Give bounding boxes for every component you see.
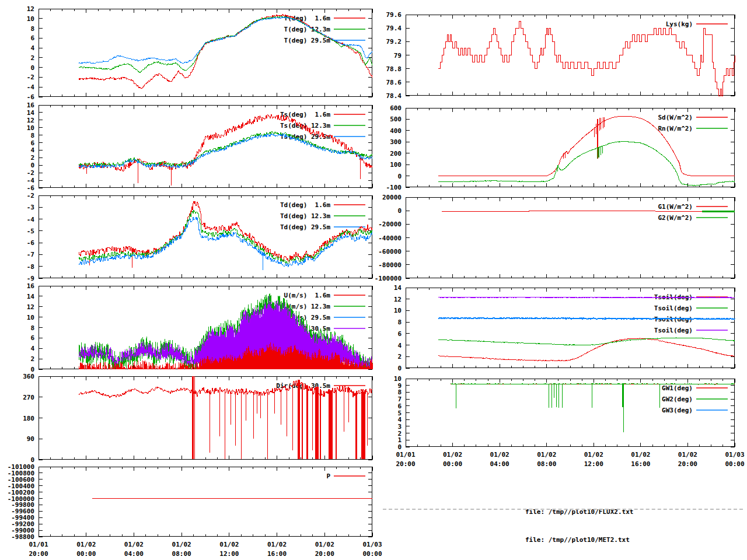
y-tick-label: 0	[397, 207, 402, 215]
series-Tsoil mid	[438, 338, 735, 345]
x-tick-label-date: 01/02	[219, 541, 239, 548]
y-tick-label: 78.8	[386, 65, 402, 73]
y-tick-label: 4	[30, 146, 34, 154]
chart-soil-temp: 14121086420Tsoil(deg)Tsoil(deg)Tsoil(deg…	[369, 283, 745, 373]
y-tick-label: 20000	[382, 194, 402, 201]
x-tick-label-date: 01/02	[584, 451, 603, 459]
y-tick-label: 400	[390, 127, 402, 135]
x-tick-label-date: 01/02	[443, 451, 462, 459]
y-tick-label: 79	[394, 52, 402, 60]
y-tick-label: 2	[30, 154, 34, 162]
y-tick-label: -80000	[378, 261, 402, 269]
y-tick-label: 180	[23, 415, 34, 422]
y-tick-label: 500	[390, 116, 402, 123]
x-tick-label-time: 12:00	[219, 550, 239, 558]
x-tick-label-time: 00:00	[76, 550, 96, 558]
y-tick-label: -100000	[375, 275, 402, 282]
legend-label: GW1(deg)	[662, 384, 693, 392]
x-tick-label-time: 00:00	[725, 460, 744, 468]
x-tick-label-time: 12:00	[584, 460, 603, 468]
y-tick-label: 2	[30, 54, 34, 62]
chart-wind-dir: 360270180900Dir(deg) 30.5m	[2, 372, 383, 464]
x-tick-label-time: 08:00	[172, 550, 191, 558]
y-tick-label: 10	[27, 15, 34, 23]
y-tick-label: 10	[27, 124, 34, 132]
y-tick-label: 600	[390, 104, 402, 112]
y-tick-label: 12	[27, 117, 34, 124]
y-tick-label: 8	[30, 132, 34, 139]
y-tick-label: -100	[386, 184, 402, 191]
plot-border	[39, 467, 372, 537]
y-tick-label: 10	[394, 307, 402, 314]
legend-label: Td(deg) 1.6m	[280, 201, 330, 209]
y-tick-label: 10	[27, 314, 34, 321]
y-tick-label: -7	[27, 251, 34, 258]
y-tick-label: 12	[27, 303, 34, 311]
y-tick-label: 14	[27, 109, 35, 117]
x-tick-label-date: 01/02	[537, 451, 556, 459]
x-tick-label-time: 20:00	[29, 550, 48, 558]
chart-soil-heat-flux: 200000-20000-40000-60000-80000-100000G1(…	[369, 192, 745, 283]
legend-label: GW3(deg)	[662, 407, 693, 414]
legend-label: GW2(deg)	[662, 396, 693, 403]
y-tick-label: 4	[397, 342, 402, 349]
legend-label: Ts(deg) 1.6m	[280, 111, 330, 118]
x-tick-label-date: 01/02	[267, 541, 287, 548]
legend-label: Td(deg) 12.3m	[280, 212, 330, 220]
legend-label: G2(W/m^2)	[658, 214, 693, 222]
x-tick-label-date: 01/02	[76, 541, 96, 548]
x-tick-label-time: 20:00	[396, 460, 415, 468]
chart-ts: 1614121086420-2-4-6Ts(deg) 1.6mTs(deg) 1…	[2, 100, 383, 192]
chart-t-air: 121086420-2-4-6T(deg) 1.6mT(deg) 12.3mT(…	[2, 4, 383, 102]
x-tick-label-time: 04:00	[490, 460, 509, 468]
y-tick-label: 79.6	[386, 11, 402, 19]
y-tick-label: 16	[27, 282, 35, 290]
y-tick-label: 200	[390, 150, 402, 158]
y-tick-label: 79.2	[386, 38, 402, 46]
source-files-note: file: /tmp//plot10/FLUX2.txt file: /tmp/…	[525, 489, 633, 560]
y-tick-label: -4	[27, 216, 35, 223]
x-tick-label-date: 01/02	[315, 541, 334, 548]
x-tick-label-date: 01/02	[631, 451, 650, 459]
y-tick-label: 6	[397, 330, 402, 338]
y-tick-label: -2	[27, 192, 34, 200]
legend-label: Tsoil(deg)	[654, 304, 693, 312]
series-Tsoil deep	[438, 318, 735, 320]
x-tick-label-date: 01/01	[29, 541, 48, 548]
x-tick-label-date: 01/02	[172, 541, 191, 548]
y-tick-label: -6	[27, 239, 35, 247]
y-tick-label: -2	[27, 74, 34, 81]
y-tick-label: -4	[27, 83, 35, 91]
y-tick-label: 6	[30, 139, 34, 147]
x-tick-label-time: 20:00	[678, 460, 697, 468]
y-tick-label: 0	[30, 162, 34, 169]
series-T(deg) 12.3m	[79, 16, 372, 73]
chart-lysimeter: 79.679.479.27978.878.678.4Lys(kg)	[369, 10, 745, 100]
legend-label: P	[326, 473, 330, 480]
plot-border	[39, 9, 372, 97]
axis-ticks	[39, 467, 372, 537]
series-Rn(W/m^2)	[438, 141, 735, 186]
y-tick-label: 0	[397, 365, 402, 372]
y-tick-label: 12	[27, 5, 34, 13]
y-tick-label: 12	[394, 296, 402, 303]
y-tick-label: 8	[30, 324, 34, 332]
y-tick-label: 16	[27, 102, 35, 109]
legend-label: T(deg) 12.3m	[284, 26, 331, 33]
y-tick-label: -5	[27, 228, 34, 235]
x-tick-label-time: 16:00	[631, 460, 650, 468]
legend-label: Rn(W/m^2)	[658, 125, 693, 132]
legend-label: T(deg) 29.5m	[284, 37, 331, 44]
y-tick-label: 8	[397, 318, 402, 326]
source-file-met: file: /tmp//plot10/MET2.txt	[525, 536, 633, 545]
x-tick-label-date: 01/01	[396, 451, 415, 459]
x-tick-label-date: 01/03	[362, 541, 382, 548]
y-tick-label: 270	[23, 394, 34, 401]
y-tick-label: -2	[27, 169, 34, 177]
y-tick-label: 100	[390, 161, 402, 169]
series-G1(W/m^2)	[442, 211, 735, 212]
x-tick-label-time: 04:00	[124, 550, 144, 558]
y-tick-label: -4	[27, 177, 35, 184]
y-tick-label: 6	[30, 334, 34, 342]
chart-ground-water: 10987654321001/0120:0001/0200:0001/0204:…	[369, 374, 745, 471]
